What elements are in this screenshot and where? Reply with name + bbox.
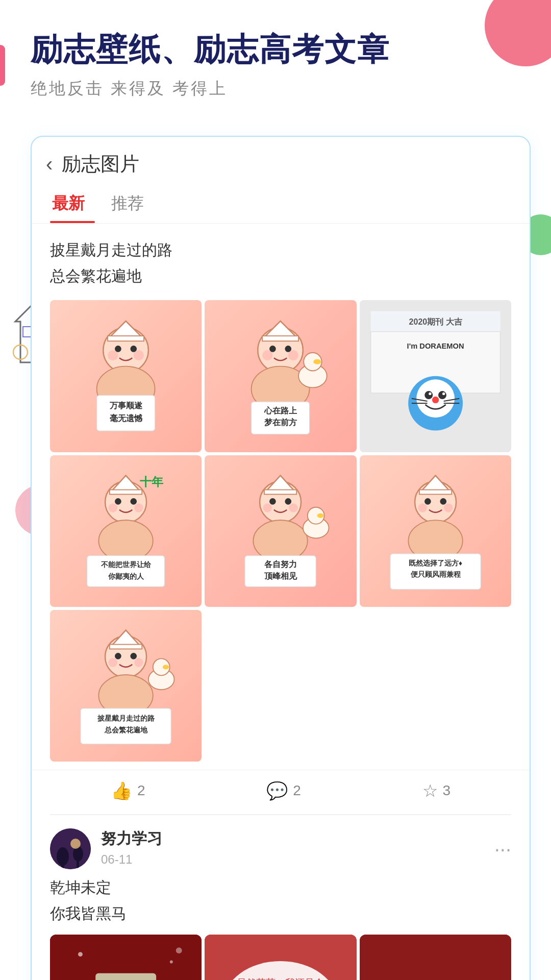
svg-point-59 xyxy=(285,498,292,505)
svg-point-96 xyxy=(70,839,81,849)
svg-rect-70 xyxy=(419,489,452,494)
svg-point-48 xyxy=(131,498,137,505)
post2-date: 06-11 xyxy=(101,852,484,867)
svg-point-60 xyxy=(263,503,272,512)
svg-text:便只顾风雨兼程: 便只顾风雨兼程 xyxy=(410,570,461,578)
star-button[interactable]: ☆ 3 xyxy=(422,780,451,801)
post1-line2: 总会繁花遍地 xyxy=(50,263,511,289)
back-button[interactable]: ‹ xyxy=(46,153,53,176)
grid-image-content-4: 十年 不能把世界让给 你鄙夷的人 xyxy=(50,455,202,607)
svg-point-45 xyxy=(98,520,153,561)
svg-point-25 xyxy=(314,359,321,364)
grid-image-7[interactable]: 披星戴月走过的路 总会繁花遍地 xyxy=(50,610,202,762)
svg-point-50 xyxy=(134,503,143,512)
avatar xyxy=(50,828,91,869)
post2-image-grid: Dream School 虽然草莓，我还是会 选择那种滚烫的 人生！ xyxy=(32,935,530,980)
svg-point-49 xyxy=(108,503,117,512)
svg-point-103 xyxy=(78,952,83,957)
grid-image-6[interactable]: 既然选择了远方♦ 便只顾风雨兼程 xyxy=(360,455,511,607)
like-count: 2 xyxy=(137,782,145,799)
grid-image-content-6: 既然选择了远方♦ 便只顾风雨兼程 xyxy=(360,455,511,607)
svg-point-47 xyxy=(115,498,121,505)
grid-image-2[interactable]: 心在路上 梦在前方 xyxy=(205,300,356,452)
svg-text:你鄙夷的人: 你鄙夷的人 xyxy=(108,572,144,580)
svg-point-87 xyxy=(163,665,169,670)
post1-action-bar: 👍 2 💬 2 ☆ 3 xyxy=(32,770,530,814)
svg-point-64 xyxy=(317,513,324,518)
comment-icon: 💬 xyxy=(266,780,288,801)
svg-rect-57 xyxy=(264,489,296,494)
grid-image-4[interactable]: 十年 不能把世界让给 你鄙夷的人 xyxy=(50,455,202,607)
svg-rect-95 xyxy=(77,854,79,869)
grid-image-5[interactable]: 各自努力 顶峰相见 xyxy=(205,455,356,607)
svg-rect-112 xyxy=(360,935,511,980)
comment-button[interactable]: 💬 2 xyxy=(266,780,301,801)
grid-image-3[interactable]: 2020期刊 大吉 xyxy=(360,300,511,452)
svg-point-61 xyxy=(289,503,298,512)
grid-image-1[interactable]: 万事顺遂 毫无遗憾 xyxy=(50,300,202,452)
page-subtitle: 绝地反击 来得及 考得上 xyxy=(31,78,531,100)
svg-text:顶峰相见: 顶峰相见 xyxy=(264,571,297,580)
svg-point-56 xyxy=(254,520,308,561)
svg-point-35 xyxy=(438,391,446,399)
svg-text:披星戴月走过的路: 披星戴月走过的路 xyxy=(97,714,155,722)
post2-header: 努力学习 06-11 ··· xyxy=(32,815,530,874)
comment-count: 2 xyxy=(293,782,301,799)
post1-image-grid: 万事顺遂 毫无遗憾 xyxy=(32,296,530,770)
svg-text:2020期刊 大吉: 2020期刊 大吉 xyxy=(409,317,462,327)
svg-text:十年: 十年 xyxy=(140,475,164,488)
svg-rect-94 xyxy=(61,856,64,869)
svg-point-71 xyxy=(424,498,431,505)
star-icon: ☆ xyxy=(422,780,438,801)
svg-point-38 xyxy=(432,397,439,403)
svg-point-11 xyxy=(108,350,118,360)
svg-point-58 xyxy=(269,498,276,505)
svg-point-84 xyxy=(134,658,143,667)
svg-rect-46 xyxy=(110,489,142,494)
post2-text: 乾坤未定 你我皆黑马 xyxy=(32,874,530,935)
svg-text:既然选择了远方♦: 既然选择了远方♦ xyxy=(409,558,462,567)
svg-text:总会繁花遍地: 总会繁花遍地 xyxy=(104,726,148,734)
post1-line1: 披星戴月走过的路 xyxy=(50,237,511,263)
svg-point-81 xyxy=(115,653,121,659)
grid-image-content-2: 心在路上 梦在前方 xyxy=(205,300,356,452)
svg-rect-8 xyxy=(108,336,144,341)
svg-point-21 xyxy=(263,350,273,360)
svg-text:各自努力: 各自努力 xyxy=(264,559,297,569)
header-section: 励志壁纸、励志高考文章 绝地反击 来得及 考得上 xyxy=(0,0,551,120)
like-button[interactable]: 👍 2 xyxy=(111,780,145,801)
svg-text:心在路上: 心在路上 xyxy=(264,406,297,415)
tab-latest[interactable]: 最新 xyxy=(50,184,95,223)
post2-username: 努力学习 xyxy=(101,828,484,849)
post1-text: 披星戴月走过的路 总会繁花遍地 xyxy=(32,224,530,296)
post2-line2: 你我皆黑马 xyxy=(50,900,511,926)
grid-image-content-5: 各自努力 顶峰相见 xyxy=(205,455,356,607)
svg-point-37 xyxy=(442,393,445,395)
svg-text:不能把世界让给: 不能把世界让给 xyxy=(101,560,152,569)
tab-recommended[interactable]: 推荐 xyxy=(109,184,154,223)
svg-rect-18 xyxy=(263,336,299,341)
card-title: 励志图片 xyxy=(62,151,139,177)
bottom-image-3[interactable]: 乾坤未定 + xyxy=(360,935,511,980)
svg-text:I'm DORAEMON: I'm DORAEMON xyxy=(407,342,464,351)
bottom-image-1[interactable]: Dream School xyxy=(50,935,202,980)
svg-point-74 xyxy=(444,503,453,512)
grid-image-content-7: 披星戴月走过的路 总会繁花遍地 xyxy=(50,610,202,762)
tab-bar: 最新 推荐 xyxy=(32,184,530,224)
svg-point-83 xyxy=(108,658,117,667)
svg-text:毫无遗憾: 毫无遗憾 xyxy=(110,414,143,423)
svg-point-82 xyxy=(131,653,137,659)
svg-point-22 xyxy=(288,350,298,360)
grid-image-content-3: 2020期刊 大吉 xyxy=(360,300,511,452)
main-card: ‹ 励志图片 最新 推荐 披星戴月走过的路 总会繁花遍地 xyxy=(31,136,531,980)
svg-point-36 xyxy=(429,393,431,395)
post2-more-button[interactable]: ··· xyxy=(494,838,511,861)
post2-meta: 努力学习 06-11 xyxy=(101,828,484,867)
svg-point-72 xyxy=(440,498,446,505)
svg-text:梦在前方: 梦在前方 xyxy=(264,418,297,427)
svg-text:万事顺遂: 万事顺遂 xyxy=(109,401,143,410)
post2-line1: 乾坤未定 xyxy=(50,874,511,900)
bottom-image-2[interactable]: 虽然草莓，我还是会 选择那种滚烫的 人生！ xyxy=(205,935,356,980)
svg-point-34 xyxy=(424,391,433,399)
like-icon: 👍 xyxy=(111,780,132,801)
